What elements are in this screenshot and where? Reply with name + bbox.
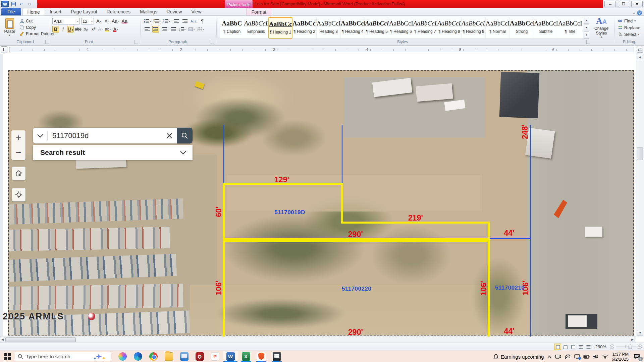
scroll-up-arrow[interactable]: ▲	[637, 54, 643, 59]
align-right-button[interactable]	[161, 26, 168, 33]
search-input[interactable]: 51170019d	[48, 131, 162, 140]
taskbar-app-copilot[interactable]	[115, 351, 130, 362]
text-effects-button[interactable]: A▾	[97, 26, 104, 33]
onedrive-icon[interactable]	[565, 354, 571, 359]
zoom-slider-track[interactable]	[616, 347, 637, 347]
taskbar-app-chrome[interactable]	[146, 351, 161, 362]
shading-button[interactable]: ▾	[188, 26, 195, 33]
taskbar-app-media-app[interactable]	[176, 351, 192, 362]
styles-dialog-launcher[interactable]	[586, 40, 590, 44]
zoom-level[interactable]: 290%	[591, 344, 606, 349]
search-dropdown-chevron[interactable]	[33, 131, 48, 140]
horizontal-ruler[interactable]: 123456	[9, 47, 634, 52]
search-button[interactable]	[177, 128, 193, 143]
taskbar-app-edge[interactable]	[130, 351, 146, 362]
style-heading-2[interactable]: AaBbCcI¶ Heading 2	[292, 17, 317, 39]
style-heading-1[interactable]: AaBbCc¶ Heading 1	[268, 17, 292, 39]
teams-camera-icon[interactable]	[555, 354, 561, 359]
ruler-toggle-button[interactable]	[637, 47, 643, 53]
search-result-panel[interactable]: Search result	[33, 145, 193, 160]
style-subtitle[interactable]: AaBbCcISubtitle	[534, 17, 558, 39]
select-button[interactable]: Select▾	[618, 31, 640, 38]
word-logo-icon[interactable]: W	[1, 1, 9, 7]
align-left-button[interactable]	[144, 26, 150, 33]
bold-button[interactable]: B	[52, 26, 59, 33]
map-picture[interactable]	[8, 70, 634, 336]
help-icon[interactable]: ?	[637, 10, 642, 15]
outline-view-button[interactable]	[577, 344, 584, 350]
tab-selector[interactable]: L	[1, 46, 7, 53]
font-color-button[interactable]: A▾	[112, 26, 119, 33]
grow-font-button[interactable]: A▴	[95, 18, 102, 24]
copy-button[interactable]: Copy	[19, 24, 55, 31]
undo-button[interactable]: ↶	[18, 1, 25, 7]
scroll-left-arrow[interactable]: ◀	[0, 337, 5, 342]
style-heading-8[interactable]: AaBbCcDc¶ Heading 8	[437, 17, 462, 39]
cut-button[interactable]: Cut	[19, 18, 55, 24]
align-center-button[interactable]	[152, 26, 159, 33]
map-home-button[interactable]	[12, 167, 25, 180]
scroll-right-arrow[interactable]: ▶	[630, 337, 635, 342]
battery-icon[interactable]	[583, 355, 590, 359]
close-button[interactable]	[631, 1, 643, 7]
tab-view[interactable]: View	[186, 8, 206, 15]
font-size-select[interactable]: 12▾	[81, 18, 94, 24]
shrink-font-button[interactable]: A▾	[103, 18, 110, 24]
paste-button[interactable]: Paste ▾	[3, 17, 17, 40]
style-strong[interactable]: AaBbCcDdStrong	[510, 17, 534, 39]
change-styles-button[interactable]: AA Change Styles ▾	[592, 17, 611, 40]
zoom-in-slider-button[interactable]: +	[638, 345, 642, 349]
horizontal-scroll-thumb[interactable]	[5, 337, 76, 342]
styles-more-button[interactable]: ▼	[584, 32, 589, 39]
map-locate-button[interactable]	[12, 188, 25, 201]
taskbar-app-brave[interactable]	[254, 351, 269, 362]
taskbar-app-word[interactable]: W	[223, 351, 238, 362]
collapse-ribbon-button[interactable]: ˄	[633, 11, 635, 15]
map-search-bar[interactable]: 51170019d	[33, 128, 193, 143]
style-heading-5[interactable]: AaBbCcl¶ Heading 5	[365, 17, 389, 39]
minimize-button[interactable]	[604, 1, 616, 7]
numbering-button[interactable]: ▾	[153, 18, 161, 24]
find-button[interactable]: Find▾	[618, 17, 640, 24]
web-layout-view-button[interactable]	[570, 344, 577, 350]
start-button[interactable]	[0, 351, 15, 362]
zoom-out-button[interactable]: −	[16, 147, 21, 158]
tab-mailings[interactable]: Mailings	[135, 8, 162, 15]
taskbar-search-box[interactable]: Type here to search	[15, 352, 111, 361]
horizontal-scrollbar[interactable]: ◀ ▶	[0, 337, 636, 343]
clear-formatting-button[interactable]: Aa	[121, 18, 128, 24]
style-heading-4[interactable]: AaBbCcl¶ Heading 4	[341, 17, 365, 39]
tab-references[interactable]: References	[102, 8, 136, 15]
highlight-color-button[interactable]: ab▾	[105, 26, 112, 33]
styles-scroll-down-button[interactable]: ▼	[584, 24, 589, 31]
full-screen-reading-view-button[interactable]	[562, 344, 569, 350]
paragraph-dialog-launcher[interactable]	[210, 40, 214, 44]
taskbar-app-explorer[interactable]	[161, 351, 176, 362]
style-heading-9[interactable]: AaBbCcDc¶ Heading 9	[462, 17, 486, 39]
taskbar-app-excel[interactable]: X	[238, 351, 254, 362]
subscript-button[interactable]: x₂	[83, 26, 89, 33]
taskbar-app-q-app[interactable]: Q	[192, 351, 207, 362]
borders-button[interactable]: ▾	[197, 26, 204, 33]
taskbar-app-print-app[interactable]	[269, 351, 284, 362]
multilevel-list-button[interactable]: ▾	[163, 18, 171, 24]
italic-button[interactable]: I	[60, 26, 66, 33]
paste-dropdown-arrow[interactable]: ▾	[9, 34, 10, 37]
style-heading-7[interactable]: AaBbCcDc¶ Heading 7	[413, 17, 437, 39]
tab-page-layout[interactable]: Page Layout	[66, 8, 102, 15]
replace-button[interactable]: Replace	[618, 24, 640, 31]
superscript-button[interactable]: x²	[90, 26, 97, 33]
taskbar-clock[interactable]: 1:37 PM 6/2/2025	[611, 352, 629, 362]
wifi-icon[interactable]	[602, 355, 608, 359]
taskbar-app-p-app[interactable]: P	[207, 351, 223, 362]
font-dialog-launcher[interactable]	[134, 40, 138, 44]
tab-insert[interactable]: Insert	[45, 8, 66, 15]
tray-expand-chevron-icon[interactable]	[547, 355, 552, 358]
line-spacing-button[interactable]: ↕▾	[178, 26, 186, 33]
font-family-select[interactable]: Arial▾	[52, 18, 80, 24]
style-caption[interactable]: AaBbC¶ Caption	[220, 17, 244, 39]
bullets-button[interactable]: ▾	[144, 18, 151, 24]
tab-file[interactable]: File	[1, 8, 21, 15]
strikethrough-button[interactable]: abe	[74, 26, 82, 33]
notification-toast[interactable]: Earnings upcoming	[493, 354, 544, 360]
